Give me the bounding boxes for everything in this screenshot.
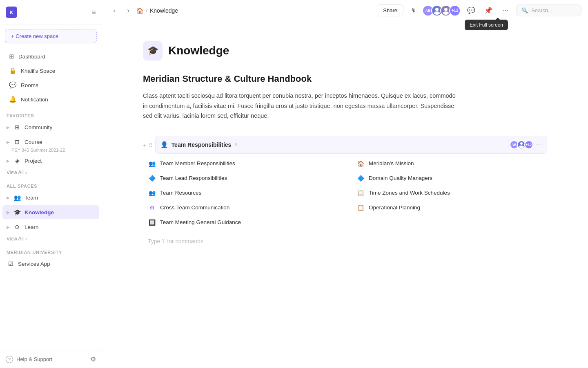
sidebar-item-learn[interactable]: ▶ ⊙ Learn — [2, 220, 99, 234]
card-item-label: Team Lead Responsibilities — [160, 175, 227, 181]
sidebar-item-community[interactable]: ▶ ⊞ Community — [2, 120, 99, 134]
sidebar-item-label: Team — [24, 195, 38, 201]
card-item-icon: 👥 — [148, 190, 156, 196]
card-item-icon: 👥 — [148, 160, 156, 167]
collaborator-avatars: AB +12 — [425, 5, 461, 16]
favorites-label: FAVORITES — [0, 108, 102, 120]
sidebar-item-team[interactable]: ▶ 👥 Team — [2, 191, 99, 204]
svg-point-5 — [519, 146, 524, 148]
pin-button[interactable]: 📌 — [482, 4, 495, 17]
cards-right-column: 🏠 Meridian's Mission 🔷 Domain Quality Ma… — [352, 156, 547, 230]
community-icon: ⊞ — [13, 123, 21, 131]
all-spaces-label: ALL SPACES — [0, 179, 102, 190]
topbar-left: ‹ › 🏠 / Knowledge — [109, 5, 178, 16]
card-item-icon: 🔷 — [148, 175, 156, 182]
page-title: Knowledge — [168, 44, 229, 57]
card-header-title: Team Responsibilities — [172, 141, 232, 148]
svg-point-4 — [520, 142, 523, 145]
comment-button[interactable]: 💬 — [465, 4, 478, 17]
card-item-operational-planning[interactable]: 📋 Operational Planning — [352, 200, 547, 215]
svg-point-2 — [444, 8, 448, 11]
search-icon: 🔍 — [521, 7, 528, 13]
card-header-left: 👤 Team Responsibilities ↖ — [160, 141, 507, 148]
search-bar[interactable]: 🔍 Search... — [516, 4, 581, 16]
page-icon: 🎓 — [143, 41, 163, 61]
drag-handle[interactable]: ⠿ — [149, 142, 153, 148]
app-logo: K — [6, 7, 17, 18]
chevron-icon: ▶ — [7, 125, 10, 130]
card-more-button[interactable]: ··· — [537, 141, 542, 148]
card-avatar-count: +12 — [524, 140, 533, 149]
sidebar-item-label: Rooms — [21, 82, 38, 88]
project-icon: ◈ — [13, 157, 21, 165]
mic-button[interactable]: 🎙 — [408, 4, 421, 17]
chat-icon: 💬 — [9, 81, 17, 89]
card-item-icon: 📋 — [356, 190, 365, 196]
sidebar-item-label: Notification — [21, 96, 48, 103]
sidebar-item-label: Khalil's Space — [21, 68, 55, 74]
sidebar-item-course[interactable]: ▶ ⊡ Course PSY 345 Summer 2021-22 — [0, 135, 102, 153]
course-icon: ⊡ — [13, 138, 21, 146]
page-content: 🎓 Knowledge Meridian Structure & Culture… — [102, 21, 588, 368]
more-options-button[interactable]: ··· — [499, 4, 512, 17]
view-all-spaces-button[interactable]: View All › — [0, 234, 102, 245]
card-item-team-member-responsibilities[interactable]: 👥 Team Member Responsibilities — [143, 156, 339, 171]
sidebar-item-label: Learn — [24, 224, 39, 230]
card-item-label: Team Meeting General Guidance — [160, 219, 241, 225]
home-icon[interactable]: 🏠 — [136, 7, 143, 14]
card-item-label: Meridian's Mission — [369, 160, 414, 166]
svg-point-1 — [434, 11, 440, 15]
breadcrumb-current: Knowledge — [150, 7, 178, 14]
card-header-right: AB +12 ··· — [511, 140, 542, 149]
card-item-icon: 🔷 — [356, 175, 365, 182]
card-item-meridians-mission[interactable]: 🏠 Meridian's Mission — [352, 156, 547, 171]
forward-button[interactable]: › — [122, 5, 134, 16]
main-area: ‹ › 🏠 / Knowledge Share 🎙 AB +12 💬 — [102, 0, 588, 368]
avatar-count: +12 — [449, 5, 461, 16]
cursor-indicator: ↖ — [234, 142, 238, 148]
add-block-button[interactable]: + — [143, 142, 146, 148]
sidebar-item-notification[interactable]: 🔔 Notification — [2, 92, 99, 106]
sidebar-item-label: Services App — [18, 261, 50, 267]
breadcrumb: 🏠 / Knowledge — [136, 7, 178, 14]
card-item-team-meeting-general-guidance[interactable]: 🔲 Team Meeting General Guidance — [143, 215, 339, 230]
card-item-icon: 🔲 — [148, 219, 156, 226]
card-item-time-zones[interactable]: 📋 Time Zones and Work Schedules — [352, 186, 547, 200]
sidebar-item-khalils-space[interactable]: 🔒 Khalil's Space — [2, 64, 99, 78]
share-button[interactable]: Share — [377, 4, 403, 16]
sidebar-footer: ? Help & Support ⚙ — [0, 350, 102, 368]
team-responsibilities-card-header[interactable]: 👤 Team Responsibilities ↖ AB +12 ··· — [155, 136, 547, 154]
sidebar-item-rooms[interactable]: 💬 Rooms — [2, 78, 99, 92]
sidebar-item-label: Project — [24, 158, 42, 164]
card-item-label: Operational Planning — [369, 204, 420, 211]
card-item-domain-quality-managers[interactable]: 🔷 Domain Quality Managers — [352, 171, 547, 186]
sidebar-toggle-button[interactable]: ≡ — [91, 8, 96, 17]
settings-gear-button[interactable]: ⚙ — [90, 355, 96, 363]
create-new-space-button[interactable]: + Create new space — [5, 29, 97, 43]
sidebar-header: K ≡ — [0, 0, 102, 25]
cards-section: + ⠿ 👤 Team Responsibilities ↖ AB — [143, 136, 547, 248]
help-label: Help & Support — [16, 356, 52, 362]
sidebar-item-dashboard[interactable]: ⊞ Dashboard — [2, 49, 99, 63]
topbar-right: Share 🎙 AB +12 💬 📌 ··· 🔍 Search... — [377, 4, 581, 17]
sidebar-item-knowledge[interactable]: ▶ 🎓 Knowledge — [2, 205, 99, 219]
card-item-icon: ⚙ — [148, 204, 156, 211]
view-all-favorites-button[interactable]: View All › — [0, 168, 102, 179]
topbar: ‹ › 🏠 / Knowledge Share 🎙 AB +12 💬 — [102, 0, 588, 21]
sidebar-item-services-app[interactable]: ☑ Services App — [2, 257, 99, 271]
help-support-button[interactable]: ? Help & Support — [6, 356, 52, 363]
sidebar-item-project[interactable]: ▶ ◈ Project — [2, 154, 99, 168]
type-command-input[interactable]: Type '/' for commands — [143, 235, 547, 248]
lock-icon: 🔒 — [9, 67, 17, 74]
course-sublabel: PSY 345 Summer 2021-22 — [11, 148, 102, 153]
card-item-label: Cross-Team Communication — [160, 204, 229, 211]
svg-point-0 — [435, 8, 439, 11]
card-item-team-lead-responsibilities[interactable]: 🔷 Team Lead Responsibilities — [143, 171, 339, 186]
chevron-icon: ▶ — [7, 210, 10, 215]
search-placeholder: Search... — [531, 7, 552, 13]
card-item-team-resources[interactable]: 👥 Team Resources — [143, 186, 339, 200]
card-item-cross-team-communication[interactable]: ⚙ Cross-Team Communication — [143, 200, 339, 215]
card-avatars: AB +12 — [511, 140, 533, 149]
back-button[interactable]: ‹ — [109, 5, 120, 16]
team-icon: 👥 — [13, 193, 21, 202]
